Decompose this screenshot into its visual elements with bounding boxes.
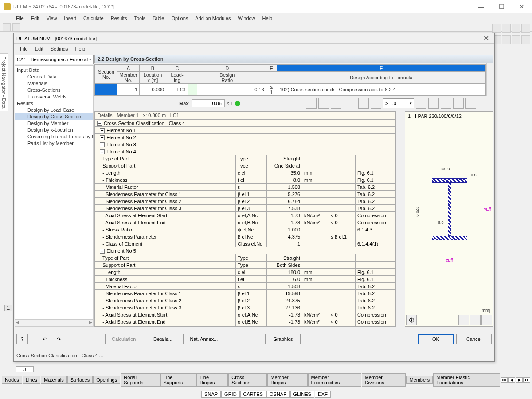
close-button[interactable]: ✕ [512,0,532,13]
details-cell[interactable]: kN/cm² [302,318,329,325]
toolbar-icon[interactable] [512,35,520,44]
nat-annex-button[interactable]: Nat. Annex... [183,334,224,344]
details-cell[interactable] [302,162,329,169]
details-cell[interactable]: 7.538 [267,205,302,212]
details-cell[interactable]: Type of Part [95,254,236,262]
cell[interactable]: 102) Cross-section check - Compression a… [277,84,485,96]
details-cell[interactable]: 8.0 [267,176,302,184]
calculation-button[interactable]: Calculation [105,334,142,344]
details-cell[interactable]: Type [236,155,267,162]
details-cell[interactable]: β el,2 [236,198,267,205]
details-cell[interactable]: -1.73 [267,318,302,325]
details-vscrollbar[interactable] [396,111,403,327]
details-cell[interactable] [329,262,356,269]
details-cell[interactable]: mm [302,176,329,184]
details-cell[interactable] [329,240,356,247]
details-cell[interactable]: Tab. 6.2 [356,205,395,212]
details-cell[interactable]: 1 [267,240,302,247]
details-cell[interactable]: Fig. 6.1 [356,176,395,184]
menu-item[interactable]: Table [149,16,168,21]
bottom-tab[interactable]: Cross-Sections [228,373,267,387]
details-cell[interactable]: −Cross-Section Classification - Class 4 [95,120,395,127]
nav-hscrollbar[interactable]: ◀▶ [15,320,94,327]
details-cell[interactable]: Straight [267,155,302,162]
details-cell[interactable] [329,198,356,205]
menu-item[interactable]: Edit [31,46,47,51]
details-cell[interactable]: β el,1 [236,191,267,198]
details-cell[interactable] [329,226,356,233]
details-cell[interactable]: -1.73 [267,219,302,226]
menu-item[interactable]: Window [234,16,258,21]
details-cell[interactable]: 180.0 [267,269,302,276]
details-cell[interactable]: β el,2 [236,297,267,304]
tool-icon[interactable] [371,98,381,109]
details-cell[interactable]: 19.598 [267,290,302,297]
details-cell[interactable]: 35.0 [267,169,302,176]
details-cell[interactable]: kN/cm² [302,212,329,219]
details-cell[interactable] [302,198,329,205]
details-cell[interactable] [356,233,395,240]
details-cell[interactable]: < 0 [329,219,356,226]
details-cell[interactable] [356,254,395,262]
details-cell[interactable] [356,162,395,169]
menu-item[interactable]: Tools [130,16,149,21]
tree-root[interactable]: Results [15,100,93,106]
ratio-filter-dropdown[interactable]: > 1,0▾ [383,98,414,108]
toolbar-icon[interactable] [492,24,501,33]
status-toggle[interactable]: DXF [315,391,331,398]
details-cell[interactable]: σ el,B,Nc [236,219,267,226]
summary-table[interactable]: SectionNo. A B C D E F MemberNo. Locatio… [94,64,486,96]
details-cell[interactable]: Both Sides [267,262,302,269]
details-cell[interactable]: Fig. 6.1 [356,276,395,283]
status-toggle[interactable]: GRID [221,391,240,398]
toolbar-icon[interactable] [521,35,530,44]
details-cell[interactable]: - Thickness [95,176,236,184]
status-toggle[interactable]: GLINES [290,391,314,398]
details-grid[interactable]: −Cross-Section Classification - Class 4 … [95,119,395,326]
tab-next-icon[interactable]: ▶ [516,377,523,383]
details-cell[interactable]: - Stress Ratio [95,325,236,327]
details-cell[interactable] [302,226,329,233]
details-cell[interactable]: Support of Part [95,262,236,269]
details-cell[interactable]: −Element No 5 [95,247,395,254]
selected-cell[interactable] [95,84,117,96]
details-cell[interactable]: ≤ β el,1 [329,233,356,240]
details-cell[interactable] [329,254,356,262]
details-cell[interactable]: Fig. 6.1 [356,269,395,276]
details-cell[interactable]: 1.508 [267,184,302,191]
details-cell[interactable]: 4.375 [267,233,302,240]
details-cell[interactable]: Tab. 6.2 [356,184,395,191]
details-cell[interactable]: - Slenderness Parameter for Class 3 [95,304,236,311]
details-cell[interactable]: Compression [356,219,395,226]
details-cell[interactable]: 1.000 [267,325,302,327]
cell[interactable]: 1 [117,84,140,96]
menu-item[interactable]: Settings [47,46,72,51]
bottom-tab[interactable]: Member Hinges [267,373,307,387]
details-cell[interactable] [329,184,356,191]
details-cell[interactable] [329,297,356,304]
details-cell[interactable] [329,325,356,327]
bottom-tab[interactable]: Openings [93,376,120,384]
details-cell[interactable] [329,176,356,184]
details-cell[interactable]: β el,1 [236,290,267,297]
details-cell[interactable]: Tab. 6.2 [356,198,395,205]
toolbar-icon[interactable] [3,23,11,31]
dialog-menubar[interactable]: File Edit Settings Help [14,44,494,54]
nav-tree[interactable]: Input Data General Data Materials Cross-… [15,65,94,320]
details-cell[interactable]: 6.784 [267,198,302,205]
cell[interactable] [188,84,197,96]
details-cell[interactable]: 6.1.4.3 [356,226,395,233]
cancel-button[interactable]: Cancel [456,334,492,344]
tree-root[interactable]: Input Data [15,66,93,73]
details-cell[interactable]: Compression [356,212,395,219]
tree-item[interactable]: Cross-Sections [15,86,93,93]
details-cell[interactable] [329,205,356,212]
details-cell[interactable] [302,155,329,162]
details-cell[interactable]: - Slenderness Parameter for Class 1 [95,290,236,297]
details-cell[interactable] [329,162,356,169]
cell[interactable]: ≤ 1 [266,84,277,96]
details-cell[interactable]: Type [236,262,267,269]
bottom-tab[interactable]: Members [406,376,433,384]
details-cell[interactable]: +Element No 3 [95,141,395,148]
bottom-small-tab[interactable]: 3 [16,366,34,372]
